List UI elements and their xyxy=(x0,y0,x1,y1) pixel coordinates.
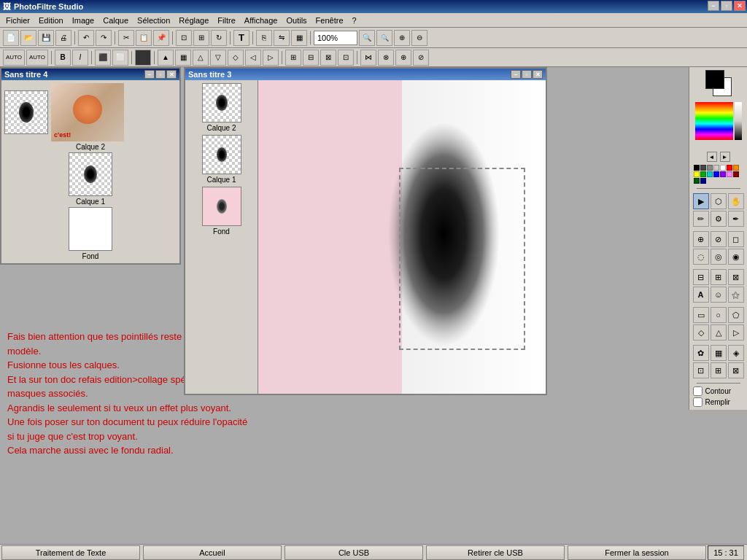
doc4-close[interactable]: ✕ xyxy=(166,70,177,79)
tool-rect[interactable]: ▭ xyxy=(693,307,709,323)
tb2-special4[interactable]: ⊘ xyxy=(413,50,429,66)
menu-reglage[interactable]: Réglage xyxy=(174,15,213,26)
tb-print[interactable]: 🖨 xyxy=(55,30,71,46)
tool-select[interactable]: ▶ xyxy=(693,193,709,209)
menu-edition[interactable]: Edition xyxy=(34,15,68,26)
tb-undo[interactable]: ↶ xyxy=(78,30,94,46)
tb-resize[interactable]: ⊡ xyxy=(176,30,192,46)
taskbar-fermer[interactable]: Fermer la session xyxy=(568,545,706,560)
tb2-special3[interactable]: ⊕ xyxy=(395,50,411,66)
tb-zoom-in[interactable]: 🔍 xyxy=(359,30,375,46)
minimize-button[interactable]: − xyxy=(708,1,719,11)
menu-help[interactable]: ? xyxy=(348,15,361,26)
tool-burn[interactable]: ◉ xyxy=(728,249,744,265)
tb2-shape1[interactable]: ▲ xyxy=(158,50,174,66)
palette-pink[interactable] xyxy=(727,171,732,177)
palette-darkgray[interactable] xyxy=(700,165,706,171)
contour-checkbox[interactable] xyxy=(693,386,703,396)
palette-darkred[interactable] xyxy=(733,171,739,177)
palette-darkgreen[interactable] xyxy=(694,178,700,184)
tb-cut[interactable]: ✂ xyxy=(118,30,134,46)
tb-zoom-fit[interactable]: ⊕ xyxy=(394,30,410,46)
tool-pattern2[interactable]: ⊞ xyxy=(711,362,727,378)
tool-pen[interactable]: ✒ xyxy=(728,211,744,227)
remplir-checkbox[interactable] xyxy=(693,397,703,407)
menu-outils[interactable]: Outils xyxy=(282,15,311,26)
menu-fichier[interactable]: Fichier xyxy=(1,15,34,26)
tb2-shape3[interactable]: △ xyxy=(193,50,209,66)
palette-black[interactable] xyxy=(694,165,700,171)
tb2-grid2[interactable]: ⊟ xyxy=(303,50,319,66)
tool-poly[interactable]: ⬠ xyxy=(728,307,744,323)
tb2-shape6[interactable]: ◁ xyxy=(245,50,261,66)
tool-circle[interactable]: ○ xyxy=(711,307,727,323)
taskbar-retirer-cle[interactable]: Retirer cle USB xyxy=(426,545,565,560)
tb2-align-l[interactable]: ⬛ xyxy=(95,50,111,66)
tool-bucket[interactable]: ⊟ xyxy=(693,269,709,285)
tb2-shape4[interactable]: ▽ xyxy=(210,50,226,66)
tool-clone[interactable]: ⊕ xyxy=(693,231,709,247)
menu-calque[interactable]: Calque xyxy=(98,15,133,26)
tb-open[interactable]: 📂 xyxy=(20,30,36,46)
menu-fenetre[interactable]: Fenêtre xyxy=(311,15,348,26)
tool-grid6[interactable]: ▦ xyxy=(711,345,727,361)
tb2-grid3[interactable]: ⊠ xyxy=(320,50,336,66)
doc3-layer2-item[interactable]: Calque 2 xyxy=(188,83,255,132)
tool-face[interactable]: ☺ xyxy=(711,287,727,303)
tool-arrow[interactable]: ▷ xyxy=(728,324,744,341)
palette-green[interactable] xyxy=(700,171,706,177)
doc3-restore[interactable]: ▫ xyxy=(522,70,532,79)
tb-zoom-out[interactable]: 🔍 xyxy=(376,30,392,46)
tool-heal[interactable]: ⊘ xyxy=(711,231,727,247)
tb2-shape7[interactable]: ▷ xyxy=(263,50,279,66)
tb-text[interactable]: T xyxy=(233,30,249,46)
color-spectrum-area[interactable] xyxy=(695,102,742,149)
layer-item[interactable]: Calque 1 xyxy=(4,152,177,206)
menu-filtre[interactable]: Filtre xyxy=(213,15,239,26)
doc4-minimize[interactable]: − xyxy=(144,70,155,79)
tool-star[interactable]: ⚝ xyxy=(728,287,744,303)
tb2-special2[interactable]: ⊗ xyxy=(378,50,394,66)
doc3-close[interactable]: ✕ xyxy=(533,70,543,79)
palette-red[interactable] xyxy=(727,165,732,171)
tb-rotate[interactable]: ↻ xyxy=(211,30,227,46)
menu-affichage[interactable]: Affichage xyxy=(240,15,282,26)
tb-new[interactable]: 📄 xyxy=(3,30,19,46)
menu-selection[interactable]: Sélection xyxy=(133,15,174,26)
tool-gradient[interactable]: ⊞ xyxy=(711,269,727,285)
tb-paste[interactable]: 📌 xyxy=(153,30,169,46)
tb-merge[interactable]: ⇋ xyxy=(274,30,290,46)
tb2-align-c[interactable]: ⬜ xyxy=(112,50,128,66)
tb2-auto[interactable]: AUTO xyxy=(3,50,25,66)
zoom-input[interactable]: 100% xyxy=(314,31,357,45)
tool-blur[interactable]: ◌ xyxy=(693,249,709,265)
tool-hand[interactable]: ✋ xyxy=(728,193,744,209)
tb-zoom-reset[interactable]: ⊖ xyxy=(411,30,427,46)
doc3-fond-item[interactable]: Fond xyxy=(188,187,255,236)
menu-image[interactable]: Image xyxy=(68,15,99,26)
tb-redo[interactable]: ↷ xyxy=(96,30,112,46)
tool-pattern1[interactable]: ⊡ xyxy=(693,362,709,378)
layer-item[interactable]: Fond xyxy=(4,207,177,260)
palette-white[interactable] xyxy=(720,165,726,171)
doc3-minimize[interactable]: − xyxy=(511,70,521,79)
palette-orange[interactable] xyxy=(733,165,739,171)
tool-text2[interactable]: A xyxy=(693,287,709,303)
tool-erase[interactable]: ◻ xyxy=(728,231,744,247)
tb-copy2[interactable]: ⎘ xyxy=(256,30,272,46)
tb2-b[interactable]: B xyxy=(55,50,71,66)
palette-darkblue[interactable] xyxy=(700,178,706,184)
doc4-restore[interactable]: ▫ xyxy=(155,70,166,79)
tb2-special1[interactable]: ⋈ xyxy=(360,50,376,66)
palette-lightgray[interactable] xyxy=(713,165,719,171)
palette-purple[interactable] xyxy=(720,171,726,177)
tool-free[interactable]: ✿ xyxy=(693,345,709,361)
tool-settings[interactable]: ⚙ xyxy=(711,211,727,227)
tool-dropper[interactable]: ⊠ xyxy=(728,269,744,285)
tb-copy[interactable]: 📋 xyxy=(136,30,152,46)
layer-item[interactable]: c'est! Calque 2 xyxy=(4,83,177,151)
tool-dodge[interactable]: ◎ xyxy=(711,249,727,265)
brightness-slider[interactable] xyxy=(735,102,742,140)
taskbar-cle-usb[interactable]: Cle USB xyxy=(285,545,423,560)
palette-prev[interactable]: ◄ xyxy=(707,152,717,162)
